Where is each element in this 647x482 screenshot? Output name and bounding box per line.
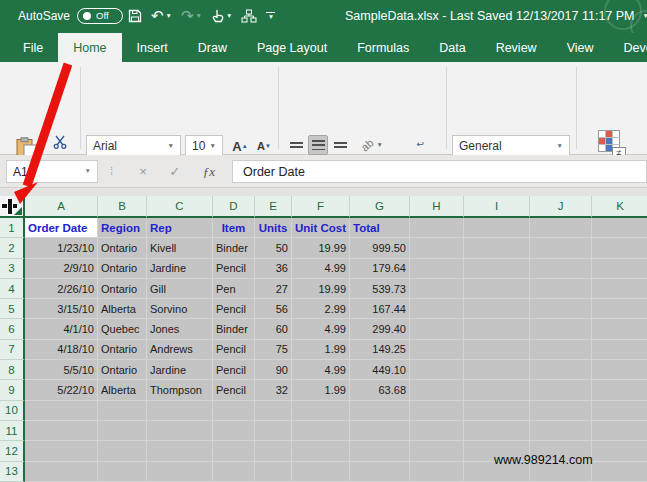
cell-H13[interactable]: [410, 462, 464, 482]
cell-D7[interactable]: Pencil: [213, 340, 255, 360]
cell-C9[interactable]: Thompson: [147, 380, 213, 400]
cell-H8[interactable]: [410, 360, 464, 380]
column-header-D[interactable]: D: [213, 196, 255, 218]
cell-C8[interactable]: Jardine: [147, 360, 213, 380]
cell-K1[interactable]: [592, 218, 647, 238]
cell-A7[interactable]: 4/18/10: [25, 340, 98, 360]
cancel-button[interactable]: ×: [130, 161, 156, 182]
redo-button[interactable]: ↷ ▼: [181, 9, 202, 24]
cell-A5[interactable]: 3/15/10: [25, 299, 98, 319]
cell-I4[interactable]: [464, 279, 530, 299]
cell-I11[interactable]: [464, 421, 530, 441]
cell-K4[interactable]: [592, 279, 647, 299]
cell-J7[interactable]: [530, 340, 592, 360]
cell-G9[interactable]: 63.68: [350, 380, 410, 400]
cell-D12[interactable]: [213, 441, 255, 461]
cell-E1[interactable]: Units: [255, 218, 292, 238]
tab-data[interactable]: Data: [424, 33, 480, 62]
cell-B12[interactable]: [98, 441, 147, 461]
cell-J2[interactable]: [530, 238, 592, 258]
cell-F8[interactable]: 4.99: [292, 360, 350, 380]
cell-D2[interactable]: Binder: [213, 238, 255, 258]
chevron-down-icon[interactable]: ▼: [166, 13, 172, 20]
column-header-F[interactable]: F: [292, 196, 350, 218]
cell-G3[interactable]: 179.64: [350, 259, 410, 279]
row-header-11[interactable]: 11: [0, 421, 25, 441]
column-header-G[interactable]: G: [350, 196, 410, 218]
undo-button[interactable]: ↶ ▼: [151, 9, 172, 24]
number-format-combo[interactable]: General ▼: [452, 135, 570, 157]
cell-G7[interactable]: 149.25: [350, 340, 410, 360]
cell-E3[interactable]: 36: [255, 259, 292, 279]
cell-H7[interactable]: [410, 340, 464, 360]
cell-D10[interactable]: [213, 401, 255, 421]
cell-H10[interactable]: [410, 401, 464, 421]
tab-developer[interactable]: Developer: [609, 33, 647, 62]
cell-J8[interactable]: [530, 360, 592, 380]
cell-K2[interactable]: [592, 238, 647, 258]
orientation-button[interactable]: ab ▼: [356, 135, 388, 155]
cell-G4[interactable]: 539.73: [350, 279, 410, 299]
cell-C12[interactable]: [147, 441, 213, 461]
bottom-align-button[interactable]: [330, 135, 350, 155]
cell-F9[interactable]: 1.99: [292, 380, 350, 400]
cell-D8[interactable]: Pencil: [213, 360, 255, 380]
cell-F5[interactable]: 2.99: [292, 299, 350, 319]
cell-K10[interactable]: [592, 401, 647, 421]
cell-E9[interactable]: 32: [255, 380, 292, 400]
select-all-button[interactable]: [0, 196, 25, 218]
cell-C2[interactable]: Kivell: [147, 238, 213, 258]
cell-E10[interactable]: [255, 401, 292, 421]
save-button[interactable]: [128, 9, 142, 23]
column-header-C[interactable]: C: [147, 196, 213, 218]
cell-I3[interactable]: [464, 259, 530, 279]
column-header-B[interactable]: B: [98, 196, 147, 218]
cell-G5[interactable]: 167.44: [350, 299, 410, 319]
cell-D11[interactable]: [213, 421, 255, 441]
cell-C13[interactable]: [147, 462, 213, 482]
cell-D4[interactable]: Pen: [213, 279, 255, 299]
cell-G11[interactable]: [350, 421, 410, 441]
chevron-down-icon[interactable]: ▼: [643, 13, 647, 20]
cell-A12[interactable]: [25, 441, 98, 461]
cell-A13[interactable]: [25, 462, 98, 482]
tab-file[interactable]: File: [8, 33, 58, 62]
cell-J10[interactable]: [530, 401, 592, 421]
cell-E12[interactable]: [255, 441, 292, 461]
column-header-J[interactable]: J: [530, 196, 592, 218]
cell-I9[interactable]: [464, 380, 530, 400]
row-header-3[interactable]: 3: [0, 259, 25, 279]
cell-G8[interactable]: 449.10: [350, 360, 410, 380]
row-header-13[interactable]: 13: [0, 462, 25, 482]
cell-H3[interactable]: [410, 259, 464, 279]
row-header-8[interactable]: 8: [0, 360, 25, 380]
autosave-toggle[interactable]: AutoSave Off: [18, 8, 123, 24]
row-header-6[interactable]: 6: [0, 319, 25, 339]
cell-K8[interactable]: [592, 360, 647, 380]
cell-A11[interactable]: [25, 421, 98, 441]
cell-A4[interactable]: 2/26/10: [25, 279, 98, 299]
cell-G12[interactable]: [350, 441, 410, 461]
cell-A10[interactable]: [25, 401, 98, 421]
cell-C3[interactable]: Jardine: [147, 259, 213, 279]
cell-F3[interactable]: 4.99: [292, 259, 350, 279]
cell-D9[interactable]: Pencil: [213, 380, 255, 400]
cell-K7[interactable]: [592, 340, 647, 360]
cell-G6[interactable]: 299.40: [350, 319, 410, 339]
cell-J9[interactable]: [530, 380, 592, 400]
cell-D1[interactable]: Item: [213, 218, 255, 238]
workflow-button[interactable]: [241, 9, 257, 23]
cell-F7[interactable]: 1.99: [292, 340, 350, 360]
cell-B10[interactable]: [98, 401, 147, 421]
cell-J6[interactable]: [530, 319, 592, 339]
autosave-pill[interactable]: Off: [77, 8, 123, 24]
cell-F4[interactable]: 19.99: [292, 279, 350, 299]
cell-J11[interactable]: [530, 421, 592, 441]
cell-J3[interactable]: [530, 259, 592, 279]
cell-B5[interactable]: Alberta: [98, 299, 147, 319]
cell-H6[interactable]: [410, 319, 464, 339]
cell-B1[interactable]: Region: [98, 218, 147, 238]
cell-G2[interactable]: 999.50: [350, 238, 410, 258]
formula-bar-resize-handle[interactable]: ⁞: [110, 165, 113, 177]
cell-E8[interactable]: 90: [255, 360, 292, 380]
